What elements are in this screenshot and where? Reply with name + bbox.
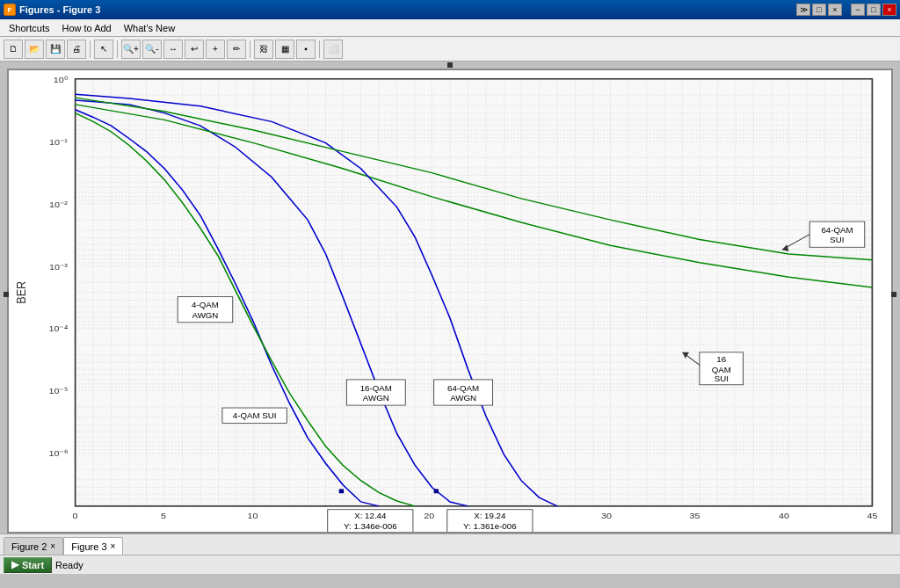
datacursor-2-dot (434, 489, 439, 493)
annotation-16qam-sui-text3: SUI (715, 374, 729, 382)
sep4 (319, 40, 320, 58)
x-tick-45: 45 (867, 512, 877, 520)
minimize-button[interactable]: − (851, 4, 865, 16)
datacursor-1-text2: Y: 1.346e-006 (344, 523, 396, 531)
save-button[interactable]: 💾 (46, 40, 65, 59)
link-button[interactable]: ⛓ (254, 40, 273, 59)
y-tick-6: 10⁻⁶ (48, 449, 67, 458)
annotation-4qam-sui-text: 4-QAM SUI (233, 411, 277, 419)
y-tick-4: 10⁻⁴ (48, 324, 67, 333)
datacursor-1-text1: X: 12.44 (354, 512, 386, 520)
status-bar: ▶ Start Ready (0, 555, 900, 574)
insert-colorbar-button[interactable]: ▦ (275, 40, 294, 59)
cursor-button[interactable]: ↖ (94, 40, 113, 59)
y-tick-3: 10⁻³ (49, 262, 68, 271)
annotation-64qam-awgn-text2: AWGN (450, 395, 476, 403)
window-title: Figures - Figure 3 (19, 4, 100, 15)
annotation-16qam-sui-text1: 16 (716, 356, 726, 364)
insert-legend-button[interactable]: ▪ (296, 40, 316, 59)
x-tick-40: 40 (779, 512, 789, 520)
menu-how-to-add[interactable]: How to Add (56, 21, 116, 35)
close-button[interactable]: × (882, 4, 896, 16)
y-tick-0: 10⁰ (54, 75, 68, 83)
resize-top (0, 62, 900, 69)
tab-figure2[interactable]: Figure 2 × (4, 537, 63, 555)
x-tick-30: 30 (601, 512, 612, 520)
annotation-16qam-awgn-text1: 16-QAM (360, 384, 392, 392)
annotation-16qam-awgn-text2: AWGN (363, 395, 389, 403)
new-button[interactable]: 🗋 (4, 40, 23, 59)
tab-figure3-close[interactable]: × (111, 541, 116, 551)
datacursor-1-dot (339, 489, 344, 493)
menu-bar: Shortcuts How to Add What's New (0, 19, 900, 37)
status-text: Ready (55, 560, 83, 570)
extra-btn3[interactable]: × (828, 4, 842, 16)
annotation-4qam-awgn-text2: AWGN (192, 311, 219, 319)
brush-button[interactable]: ✏ (227, 40, 246, 59)
annotation-4qam-awgn-text1: 4-QAM (192, 301, 219, 309)
start-button[interactable]: ▶ Start (4, 557, 52, 573)
y-tick-5: 10⁻⁵ (48, 387, 67, 396)
title-bar: F Figures - Figure 3 ≫ □ × − □ × (0, 0, 900, 19)
x-tick-10: 10 (247, 512, 258, 520)
data-cursor-button[interactable]: + (206, 40, 225, 59)
start-label: Start (22, 560, 44, 570)
tab-figure2-label: Figure 2 (11, 541, 47, 552)
annotation-64qam-sui-text2: SUI (830, 236, 844, 244)
annotation-64qam-awgn-text1: 64-QAM (447, 384, 479, 392)
sep2 (117, 40, 118, 58)
sep3 (250, 40, 250, 58)
extra-btn2[interactable]: □ (812, 4, 826, 16)
y-axis-label: BER (15, 280, 29, 303)
window-controls: ≫ □ × − □ × (796, 4, 896, 16)
rotate-button[interactable]: ↩ (185, 40, 204, 59)
app-icon: F (4, 4, 16, 16)
figure-area: BER 10⁰ 10⁻¹ 10⁻² 10⁻³ 10⁻⁴ 10⁻⁵ 10⁻⁶ 0 … (7, 69, 893, 534)
open-button[interactable]: 📂 (25, 40, 44, 59)
y-tick-2: 10⁻² (49, 200, 68, 208)
start-icon: ▶ (11, 559, 18, 570)
annotation-64qam-sui-text1: 64-QAM (821, 226, 853, 234)
y-tick-1: 10⁻¹ (49, 137, 68, 146)
x-tick-0: 0 (73, 512, 78, 520)
sep1 (90, 40, 91, 58)
print-button[interactable]: 🖨 (67, 40, 86, 59)
x-tick-5: 5 (161, 512, 166, 520)
annotation-16qam-sui-text2: QAM (712, 367, 731, 374)
x-tick-35: 35 (690, 512, 700, 520)
tab-bar: Figure 2 × Figure 3 × (0, 534, 900, 555)
datacursor-2-text1: X: 19.24 (474, 512, 505, 520)
zoom-in-button[interactable]: 🔍+ (121, 40, 141, 59)
extra-btn1[interactable]: ≫ (796, 4, 810, 16)
maximize-button[interactable]: □ (867, 4, 881, 16)
zoom-out-button[interactable]: 🔍- (142, 40, 162, 59)
menu-whats-new[interactable]: What's New (119, 21, 180, 35)
pan-button[interactable]: ↔ (163, 40, 183, 59)
tab-figure3-label: Figure 3 (71, 541, 106, 552)
tab-figure3[interactable]: Figure 3 × (63, 537, 123, 555)
toolbar: 🗋 📂 💾 🖨 ↖ 🔍+ 🔍- ↔ ↩ + ✏ ⛓ ▦ ▪ ⬜ (0, 37, 900, 62)
x-tick-20: 20 (424, 512, 434, 520)
datacursor-2-text2: Y: 1.361e-006 (463, 523, 516, 531)
menu-shortcuts[interactable]: Shortcuts (4, 21, 54, 35)
plot-svg: BER 10⁰ 10⁻¹ 10⁻² 10⁻³ 10⁻⁴ 10⁻⁵ 10⁻⁶ 0 … (9, 70, 891, 532)
show-plots-button[interactable]: ⬜ (323, 40, 343, 59)
tab-figure2-close[interactable]: × (50, 541, 55, 551)
